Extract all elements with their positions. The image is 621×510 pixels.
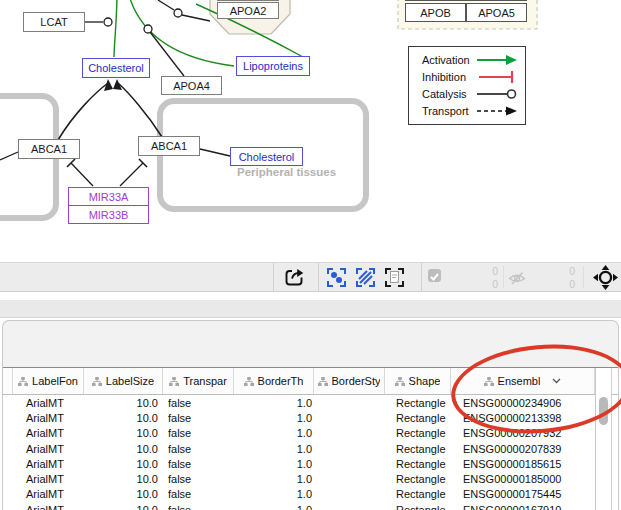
cell-labelsize[interactable]: 10.0 (84, 458, 163, 470)
node-cholesterol-hdl[interactable]: Cholesterol (82, 58, 150, 78)
cell-ensembl[interactable]: ENSG00000207932 (451, 427, 595, 439)
cell-transpar[interactable]: false (163, 473, 234, 485)
cell-transpar[interactable]: false (163, 458, 234, 470)
table-row[interactable]: ArialMT10.0false1.0RectangleENSG00000207… (3, 441, 618, 456)
toolbar-separator (583, 266, 584, 288)
cell-labelfon[interactable]: ArialMT (13, 473, 84, 485)
cell-borderth[interactable]: 1.0 (234, 412, 314, 424)
cell-labelfon[interactable]: ArialMT (13, 488, 84, 500)
cell-transpar[interactable]: false (163, 427, 234, 439)
column-type-icon (484, 377, 494, 386)
column-header-labelsize[interactable]: LabelSize (84, 368, 163, 394)
cell-labelsize[interactable]: 10.0 (84, 488, 163, 500)
column-header-shape[interactable]: Shape (385, 368, 451, 394)
column-header-transpar[interactable]: Transpar (163, 368, 234, 394)
cell-shape[interactable]: Rectangle (385, 397, 451, 409)
select-annotations-icon (387, 270, 402, 285)
select-annotations-button[interactable] (385, 268, 404, 287)
cell-borderth[interactable]: 1.0 (234, 427, 314, 439)
cell-shape[interactable]: Rectangle (385, 412, 451, 424)
table-row[interactable]: ArialMT10.0false1.0RectangleENSG00000185… (3, 456, 618, 471)
cell-labelfon[interactable]: ArialMT (13, 397, 84, 409)
hide-selection-button[interactable] (508, 271, 526, 289)
cell-ensembl[interactable]: ENSG00000213398 (451, 412, 595, 424)
cell-labelsize[interactable]: 10.0 (84, 473, 163, 485)
cell-labelfon[interactable]: ArialMT (13, 412, 84, 424)
cell-labelsize[interactable]: 10.0 (84, 504, 163, 510)
node-abca1-left[interactable]: ABCA1 (18, 139, 80, 159)
application-window: LCAT APOA2 Cholesterol Lipoproteins APOA… (0, 0, 621, 510)
node-cut-top[interactable] (466, 0, 527, 1)
select-all-checkbox[interactable] (428, 269, 441, 282)
compartment-label: Peripheral tissues (237, 166, 336, 178)
cell-ensembl[interactable]: ENSG00000207839 (451, 443, 595, 455)
catalysis-edge (182, 15, 210, 21)
cell-shape[interactable]: Rectangle (385, 427, 451, 439)
cell-borderth[interactable]: 1.0 (234, 458, 314, 470)
cell-shape[interactable]: Rectangle (385, 473, 451, 485)
node-lcat[interactable]: LCAT (23, 12, 85, 32)
column-header-bordersty[interactable]: BorderSty (314, 368, 385, 394)
cell-ensembl[interactable]: ENSG00000185000 (451, 473, 595, 485)
node-cut-top[interactable] (217, 0, 279, 1)
cell-transpar[interactable]: false (163, 412, 234, 424)
cell-labelfon[interactable]: ArialMT (13, 427, 84, 439)
cell-ensembl[interactable]: ENSG00000185615 (451, 458, 595, 470)
cell-labelsize[interactable]: 10.0 (84, 412, 163, 424)
column-header-borderth[interactable]: BorderTh (234, 368, 314, 394)
vertical-scrollbar[interactable] (595, 368, 612, 510)
cell-labelfon[interactable]: ArialMT (13, 443, 84, 455)
cell-shape[interactable]: Rectangle (385, 488, 451, 500)
node-cut-top[interactable] (405, 0, 466, 1)
cell-borderth[interactable]: 1.0 (234, 397, 314, 409)
table-row[interactable]: ArialMT10.0false1.0RectangleENSG00000175… (3, 487, 618, 502)
cell-borderth[interactable]: 1.0 (234, 443, 314, 455)
network-canvas[interactable]: LCAT APOA2 Cholesterol Lipoproteins APOA… (0, 0, 621, 262)
select-edges-icon (358, 270, 373, 285)
cell-transpar[interactable]: false (163, 504, 234, 510)
cell-borderth[interactable]: 1.0 (234, 488, 314, 500)
fit-content-button[interactable] (593, 265, 618, 294)
toolbar-separator (318, 263, 319, 291)
node-apoa4[interactable]: APOA4 (161, 76, 222, 95)
table-row[interactable]: ArialMT10.0false1.0RectangleENSG00000167… (3, 502, 618, 510)
cell-ensembl[interactable]: ENSG00000234906 (451, 397, 595, 409)
cell-labelsize[interactable]: 10.0 (84, 443, 163, 455)
cell-labelfon[interactable]: ArialMT (13, 458, 84, 470)
cell-borderth[interactable]: 1.0 (234, 504, 314, 510)
cell-labelsize[interactable]: 10.0 (84, 397, 163, 409)
cell-shape[interactable]: Rectangle (385, 458, 451, 470)
cell-shape[interactable]: Rectangle (385, 443, 451, 455)
column-type-icon (18, 377, 28, 386)
activation-arrow-icon (477, 54, 517, 66)
node-cholesterol-tissue[interactable]: Cholesterol (230, 147, 303, 166)
cell-ensembl[interactable]: ENSG00000167910 (451, 504, 595, 510)
cell-transpar[interactable]: false (163, 443, 234, 455)
cell-labelfon[interactable]: ArialMT (13, 504, 84, 510)
table-row[interactable]: ArialMT10.0false1.0RectangleENSG00000213… (3, 410, 618, 425)
table-row[interactable]: ArialMT10.0false1.0RectangleENSG00000207… (3, 426, 618, 441)
select-edges-button[interactable] (356, 268, 375, 287)
node-abca1-right[interactable]: ABCA1 (138, 136, 200, 156)
scrollbar-thumb[interactable] (599, 397, 608, 425)
export-network-button[interactable] (283, 266, 306, 293)
node-lipoproteins[interactable]: Lipoproteins (236, 56, 310, 76)
node-mir33a[interactable]: MIR33A (68, 187, 149, 206)
cell-transpar[interactable]: false (163, 397, 234, 409)
cell-labelsize[interactable]: 10.0 (84, 427, 163, 439)
node-apoa5[interactable]: APOA5 (466, 3, 527, 22)
node-mir33b[interactable]: MIR33B (68, 205, 149, 224)
cell-ensembl[interactable]: ENSG00000175445 (451, 488, 595, 500)
table-row[interactable]: ArialMT10.0false1.0RectangleENSG00000185… (3, 471, 618, 486)
cell-transpar[interactable]: false (163, 488, 234, 500)
cell-shape[interactable]: Rectangle (385, 504, 451, 510)
node-apob[interactable]: APOB (405, 3, 466, 22)
cell-borderth[interactable]: 1.0 (234, 473, 314, 485)
column-header-ensembl[interactable]: Ensembl (451, 368, 595, 394)
node-apoa2[interactable]: APOA2 (217, 2, 279, 19)
column-header-labelfon[interactable]: LabelFon (13, 368, 84, 394)
column-type-icon (318, 377, 328, 386)
select-nodes-button[interactable] (327, 268, 346, 287)
toolbar-separator (421, 263, 422, 291)
table-row[interactable]: ArialMT10.0false1.0RectangleENSG00000234… (3, 395, 618, 410)
